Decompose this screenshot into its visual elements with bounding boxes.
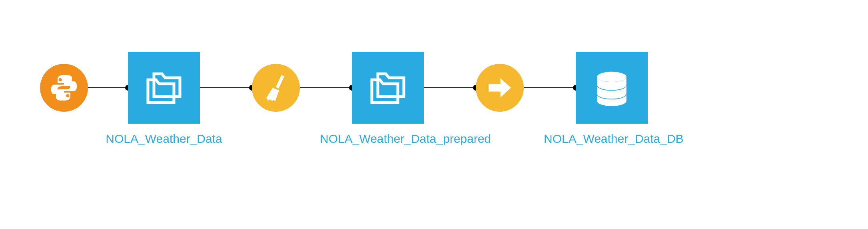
sync-recipe-icon-container [476, 64, 524, 112]
flow-connector [88, 87, 128, 88]
prepare-recipe-node[interactable] [252, 64, 300, 112]
dataset-icon-container [352, 52, 424, 124]
prepare-recipe-icon-container [252, 64, 300, 112]
dataset-icon-container [128, 52, 200, 124]
dataset-label: NOLA_Weather_Data_DB [544, 132, 680, 146]
data-flow-diagram: NOLA_Weather_Data NOLA_Weather_Data_prep… [40, 52, 648, 124]
dataset-label: NOLA_Weather_Data [96, 132, 232, 146]
dataset-icon-container [576, 52, 648, 124]
sync-recipe-node[interactable] [476, 64, 524, 112]
flow-connector [424, 87, 476, 88]
dataset-node-1[interactable]: NOLA_Weather_Data [128, 52, 200, 124]
python-recipe-node[interactable] [40, 64, 88, 112]
database-icon [590, 66, 634, 110]
broom-icon [260, 72, 292, 104]
dataset-node-3[interactable]: NOLA_Weather_Data_DB [576, 52, 648, 124]
dataset-label: NOLA_Weather_Data_prepared [320, 132, 456, 146]
flow-connector [200, 87, 252, 88]
flow-connector [524, 87, 576, 88]
python-icon [48, 72, 80, 104]
folder-icon [140, 64, 188, 112]
svg-rect-0 [276, 75, 284, 89]
arrow-icon [484, 72, 516, 104]
flow-connector [300, 87, 352, 88]
dataset-node-2[interactable]: NOLA_Weather_Data_prepared [352, 52, 424, 124]
folder-icon [364, 64, 412, 112]
python-recipe-icon-container [40, 64, 88, 112]
svg-point-1 [597, 72, 626, 82]
